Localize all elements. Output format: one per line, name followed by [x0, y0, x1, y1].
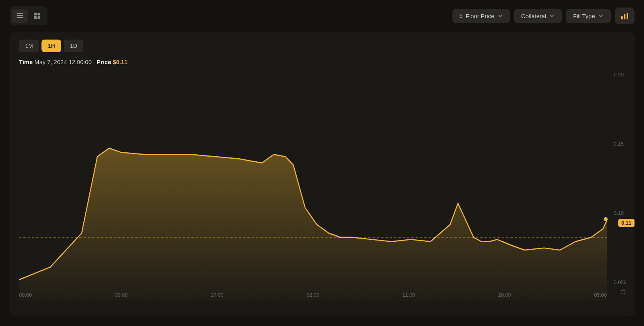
bar-chart-icon [620, 11, 629, 20]
x-label-0500: 05:00 [594, 292, 607, 298]
time-1m-button[interactable]: 1M [19, 40, 39, 52]
top-bar: $ Floor Price Collateral Fill Type [0, 0, 644, 32]
chevron-down-icon [497, 13, 503, 19]
price-indicator-dot [604, 217, 608, 221]
floor-price-label: Floor Price [466, 13, 495, 19]
svg-rect-6 [38, 16, 40, 19]
price-chart-svg [19, 72, 607, 301]
view-toggle [9, 6, 47, 25]
x-label-2000: 20:00 [498, 292, 511, 298]
x-label-0000: 00:00 [19, 292, 32, 298]
x-label-0900: 09:00 [115, 292, 128, 298]
refresh-icon[interactable] [620, 288, 627, 297]
svg-rect-0 [17, 13, 23, 14]
svg-rect-1 [17, 15, 23, 16]
chart-area: 0.20 0.15 0.10 0.050 0.11 00:00 09:00 17… [9, 72, 635, 301]
time-label: Time [19, 59, 33, 65]
collateral-button[interactable]: Collateral [514, 9, 562, 23]
svg-rect-2 [17, 17, 23, 18]
time-1d-button[interactable]: 1D [64, 40, 83, 52]
grid-view-button[interactable] [29, 9, 45, 23]
chart-info: Time May 7, 2024 12:00:00 Price $0.11 [9, 57, 635, 72]
chevron-down-icon [549, 13, 555, 19]
svg-rect-9 [627, 13, 628, 19]
current-price-tag: 0.11 [618, 219, 635, 227]
x-label-1100: 11:00 [402, 292, 415, 298]
time-1h-button[interactable]: 1H [41, 40, 61, 52]
price-value: $0.11 [113, 59, 128, 65]
y-axis-labels: 0.20 0.15 0.10 0.050 [614, 72, 627, 285]
x-label-0200: 02:00 [307, 292, 320, 298]
time-controls: 1M 1H 1D [9, 40, 635, 57]
y-label-015: 0.15 [614, 141, 627, 147]
collateral-label: Collateral [521, 13, 546, 19]
dollar-icon: $ [459, 13, 463, 19]
svg-rect-7 [621, 16, 623, 19]
chevron-down-icon [598, 13, 604, 19]
y-label-020: 0.20 [614, 72, 627, 78]
y-label-005: 0.050 [614, 279, 627, 285]
x-axis-labels: 00:00 09:00 17:00 02:00 11:00 20:00 05:0… [19, 292, 607, 298]
floor-price-button[interactable]: $ Floor Price [452, 9, 510, 23]
svg-rect-8 [624, 14, 625, 19]
fill-type-button[interactable]: Fill Type [566, 9, 611, 23]
svg-rect-3 [34, 13, 37, 15]
list-view-button[interactable] [12, 9, 28, 23]
svg-rect-5 [34, 16, 37, 19]
filter-group: $ Floor Price Collateral Fill Type [452, 8, 635, 24]
chart-container: 1M 1H 1D Time May 7, 2024 12:00:00 Price… [9, 32, 635, 317]
y-label-010: 0.10 [614, 210, 627, 216]
chart-type-button[interactable] [615, 8, 635, 24]
fill-type-label: Fill Type [573, 13, 595, 19]
time-value: May 7, 2024 12:00:00 [34, 59, 92, 65]
x-label-1700: 17:00 [211, 292, 224, 298]
price-label: Price [97, 59, 111, 65]
svg-rect-4 [38, 13, 40, 15]
